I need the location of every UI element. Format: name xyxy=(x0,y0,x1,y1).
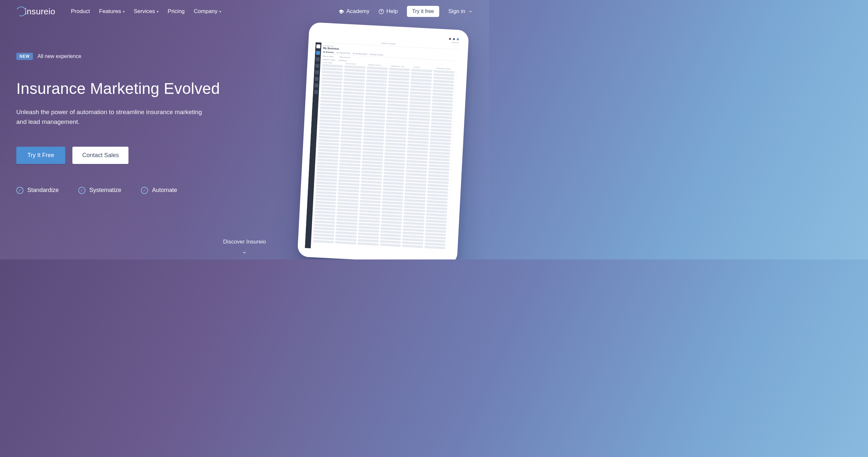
table-cell-placeholder xyxy=(337,202,358,205)
table-cell-placeholder xyxy=(425,233,446,236)
table-cell-placeholder xyxy=(341,124,363,127)
table-cell-placeholder xyxy=(318,136,340,139)
table-cell-placeholder xyxy=(380,227,402,230)
table-cell-placeholder xyxy=(362,158,383,161)
table-cell-placeholder xyxy=(385,139,406,142)
table-cell-placeholder xyxy=(404,202,426,206)
table-cell-placeholder xyxy=(426,220,447,223)
hero-subtitle: Unleash the power of automation to strea… xyxy=(16,107,212,127)
table-cell-placeholder xyxy=(433,76,454,80)
hero-title: Insurance Marketing Evolved xyxy=(16,79,235,97)
table-cell-placeholder xyxy=(426,210,447,213)
nav-services[interactable]: Services ▾ xyxy=(134,8,158,15)
table-cell-placeholder xyxy=(411,69,432,72)
table-cell-placeholder xyxy=(384,156,406,159)
contact-sales-button[interactable]: Contact Sales xyxy=(72,147,128,164)
row-expand-icon: › xyxy=(455,91,457,93)
table-cell-placeholder xyxy=(406,170,427,173)
table-cell-placeholder xyxy=(321,90,342,94)
row-expand-icon: › xyxy=(447,231,449,233)
table-cell-placeholder xyxy=(406,163,428,167)
table-cell-placeholder xyxy=(388,97,409,100)
table-cell-placeholder xyxy=(362,164,383,168)
table-cell-placeholder xyxy=(407,144,429,147)
table-cell-placeholder xyxy=(320,100,341,103)
table-cell-placeholder xyxy=(388,91,409,94)
table-cell-placeholder xyxy=(336,231,357,235)
nav-try-free-button[interactable]: Try it free xyxy=(407,6,439,17)
row-expand-icon: › xyxy=(450,172,452,174)
table-cell-placeholder xyxy=(428,177,449,181)
table-cell-placeholder xyxy=(433,73,455,76)
table-cell-placeholder xyxy=(425,236,446,239)
table-cell-placeholder xyxy=(364,119,385,122)
table-cell-placeholder xyxy=(338,183,359,186)
nav-product[interactable]: Product xyxy=(71,8,90,15)
table-cell-placeholder xyxy=(320,94,342,97)
table-cell-placeholder xyxy=(364,125,385,128)
table-cell-placeholder xyxy=(384,159,405,162)
sidebar-item-icon xyxy=(314,90,318,94)
product-mockup-tablet: Account Search Contacts DASHBOARD My Bus… xyxy=(297,22,469,259)
table-cell-placeholder xyxy=(389,81,409,84)
nav-academy[interactable]: Academy xyxy=(338,8,369,15)
row-expand-icon: › xyxy=(451,159,453,161)
arrow-right-icon: → xyxy=(467,8,473,15)
nav-sign-in[interactable]: Sign in → xyxy=(448,8,473,15)
table-cell-placeholder xyxy=(365,96,386,99)
cta-row: Try It Free Contact Sales xyxy=(16,147,235,164)
table-cell-placeholder xyxy=(386,120,407,123)
table-cell-placeholder xyxy=(407,157,428,160)
table-cell-placeholder xyxy=(359,216,380,219)
table-cell-placeholder xyxy=(384,168,405,172)
nav-features[interactable]: Features ▾ xyxy=(99,8,125,15)
row-expand-icon: › xyxy=(448,221,450,223)
nav-pricing[interactable]: Pricing xyxy=(167,8,185,15)
table-cell-placeholder xyxy=(406,167,427,170)
try-free-button[interactable]: Try It Free xyxy=(16,147,65,164)
table-cell-placeholder xyxy=(341,121,363,124)
table-cell-placeholder xyxy=(387,110,408,113)
table-cell-placeholder xyxy=(337,208,358,212)
discover-cta[interactable]: Discover Insureio ⌄ xyxy=(223,239,266,255)
table-cell-placeholder xyxy=(426,207,447,210)
nav-links: Product Features ▾ Services ▾ Pricing Co… xyxy=(71,8,221,15)
sidebar-item-icon xyxy=(315,64,319,68)
table-cell-placeholder xyxy=(339,169,360,173)
brand-logo[interactable]: insureio xyxy=(16,6,55,17)
feature-list: ✓ Standardize ✓ Systematize ✓ Automate xyxy=(16,187,235,194)
table-cell-placeholder xyxy=(364,122,385,125)
table-cell-placeholder xyxy=(315,204,336,207)
table-cell-placeholder xyxy=(383,182,404,185)
table-cell-placeholder xyxy=(408,131,429,134)
bell-icon xyxy=(449,38,451,40)
table-cell-placeholder xyxy=(360,200,381,203)
table-cell-placeholder xyxy=(380,243,401,247)
row-expand-icon: › xyxy=(453,120,455,122)
table-cell-placeholder xyxy=(337,205,358,208)
table-cell-placeholder xyxy=(340,140,362,143)
nav-company[interactable]: Company ▾ xyxy=(194,8,221,15)
row-expand-icon: › xyxy=(446,247,448,249)
table-cell-placeholder xyxy=(364,112,385,116)
table-cell-placeholder xyxy=(431,116,452,119)
table-cell-placeholder xyxy=(322,67,343,71)
row-expand-icon: › xyxy=(450,175,452,178)
table-cell-placeholder xyxy=(386,117,408,120)
table-cell-placeholder xyxy=(367,66,388,70)
table-cell-placeholder xyxy=(337,215,358,218)
nav-help[interactable]: Help xyxy=(378,8,398,15)
table-cell-placeholder xyxy=(427,200,448,203)
table-cell-placeholder xyxy=(408,127,429,131)
table-cell-placeholder xyxy=(363,141,384,145)
table-cell-placeholder xyxy=(360,203,381,206)
sidebar-item-icon xyxy=(315,70,319,75)
row-expand-icon: › xyxy=(452,139,454,142)
table-cell-placeholder xyxy=(317,159,338,162)
discover-label: Discover Insureio xyxy=(223,239,266,245)
row-expand-icon: › xyxy=(447,244,449,246)
table-cell-placeholder xyxy=(316,175,338,178)
table-cell-placeholder xyxy=(403,228,424,232)
table-cell-placeholder xyxy=(361,181,382,184)
table-cell-placeholder xyxy=(382,204,403,208)
